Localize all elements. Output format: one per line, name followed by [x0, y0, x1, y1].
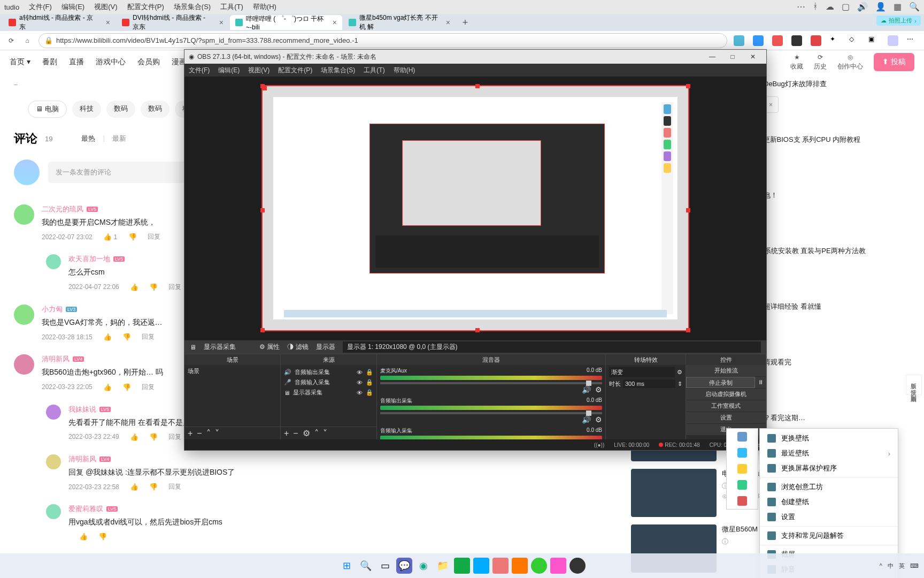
avatar[interactable]	[14, 354, 34, 375]
avatar[interactable]	[14, 305, 34, 325]
collections-icon[interactable]: ▣	[868, 35, 879, 46]
gear-icon[interactable]: ⚙	[677, 369, 682, 376]
volume-slider[interactable]	[380, 412, 602, 414]
browser-tab[interactable]: 哔哩哔哩 ( ゜- ゜)つロ 干杯~-bili ×	[230, 15, 342, 30]
like-button[interactable]: 👍	[130, 483, 138, 491]
sort-new[interactable]: 最新	[112, 134, 126, 143]
ext-icon[interactable]	[753, 35, 764, 46]
mention[interactable]: @我妹妹说	[86, 468, 123, 476]
maximize-button[interactable]: □	[723, 51, 742, 62]
dislike-button[interactable]: 👎	[122, 333, 131, 341]
explorer-icon[interactable]: 📁	[435, 558, 451, 574]
search-icon[interactable]: 🔍	[909, 2, 920, 12]
app-icon[interactable]	[737, 448, 747, 458]
like-button[interactable]: 👍	[103, 383, 112, 391]
obs-canvas[interactable]	[261, 85, 689, 331]
speaker-icon[interactable]: 🔊	[582, 385, 591, 394]
lock-icon[interactable]: 🔒	[366, 379, 373, 386]
avatar[interactable]	[46, 254, 61, 269]
favorites-icon[interactable]: ◇	[849, 35, 860, 46]
dislike-button[interactable]: 👎	[149, 283, 158, 291]
remove-icon[interactable]: −	[293, 429, 298, 438]
like-button[interactable]: 👍	[79, 533, 88, 541]
close-icon[interactable]: ×	[769, 101, 773, 109]
avatar[interactable]	[14, 159, 40, 185]
like-button[interactable]: 👍	[130, 433, 138, 441]
app-icon[interactable]	[737, 496, 747, 506]
app-icon[interactable]: 💬	[396, 558, 412, 574]
refresh-icon[interactable]: ⟳	[6, 36, 16, 45]
app-icon[interactable]	[550, 558, 566, 574]
visibility-icon[interactable]: 👁	[357, 379, 363, 386]
username[interactable]: 我妹妹说	[68, 405, 96, 414]
obs-menu-item[interactable]: 编辑(E)	[218, 66, 240, 75]
volume-icon[interactable]: 🔊	[857, 2, 868, 12]
obs-menu-item[interactable]: 场景集合(S)	[321, 66, 355, 75]
virtual-cam-button[interactable]: 启动虚拟摄像机	[686, 389, 766, 400]
like-button[interactable]: 👍	[103, 333, 112, 341]
reply-button[interactable]: 回复	[168, 283, 181, 292]
context-menu-item[interactable]: 创建壁纸	[760, 495, 898, 509]
new-tab-button[interactable]: +	[459, 16, 472, 29]
filter-button[interactable]: ◑ 滤镜	[287, 343, 308, 352]
scene-item[interactable]: 场景	[188, 367, 277, 375]
lock-icon[interactable]: 🔒	[366, 389, 373, 396]
lock-icon[interactable]: 🔒	[366, 369, 373, 376]
visibility-icon[interactable]: 👁	[357, 390, 363, 396]
speaker-icon[interactable]: 🔊	[582, 415, 591, 424]
display-select[interactable]: 显示器 1: 1920x1080 @ 0,0 (主显示器)	[343, 341, 761, 353]
search-icon[interactable]: 🔍	[358, 558, 374, 574]
menu-item[interactable]: 帮助(H)	[253, 2, 276, 12]
reply-button[interactable]: 回复	[142, 332, 155, 341]
close-icon[interactable]: ×	[446, 18, 450, 27]
obs-menu-item[interactable]: 视图(V)	[248, 66, 270, 75]
username[interactable]: 清明新风	[68, 454, 96, 464]
start-stream-button[interactable]: 开始推流	[686, 365, 766, 376]
avatar[interactable]	[46, 405, 61, 420]
app-icon[interactable]	[473, 558, 489, 574]
up-icon[interactable]: ˄	[206, 428, 211, 438]
volume-slider[interactable]	[380, 382, 602, 384]
app-icon[interactable]	[492, 558, 509, 574]
minimize-button[interactable]: —	[703, 51, 721, 62]
nav-item[interactable]: 游戏中心	[96, 57, 126, 67]
transition-select[interactable]: 渐变	[609, 367, 675, 377]
dislike-button[interactable]: 👎	[128, 233, 137, 241]
stop-record-button[interactable]: 停止录制	[686, 377, 755, 388]
nav-create[interactable]: ◎创作中心	[837, 54, 863, 71]
close-icon[interactable]: ×	[106, 18, 110, 27]
pause-button[interactable]: ⏸	[755, 377, 766, 388]
sort-hot[interactable]: 最热	[81, 134, 95, 143]
menu-item[interactable]: 工具(T)	[220, 2, 243, 12]
start-icon[interactable]: ⊞	[338, 558, 355, 574]
tag[interactable]: 🖥 电脑	[28, 101, 67, 118]
ime-cn[interactable]: 中	[888, 562, 894, 570]
more-icon[interactable]: ⋯	[907, 35, 918, 46]
dislike-button[interactable]: 👎	[149, 433, 158, 441]
grid-icon[interactable]: ▦	[894, 2, 902, 12]
menu-item[interactable]: 文件(F)	[29, 2, 52, 12]
add-icon[interactable]: +	[188, 429, 192, 438]
nav-item[interactable]: 会员购	[137, 57, 160, 67]
username[interactable]: 清明新风	[42, 354, 70, 364]
source-item[interactable]: 🖥显示器采集👁🔒	[284, 387, 373, 398]
nav-item[interactable]: 直播	[69, 57, 84, 67]
ime-en[interactable]: 英	[899, 562, 905, 570]
username[interactable]: 二次元的琉风	[42, 204, 83, 214]
context-menu-item[interactable]: 支持和常见问题解答	[760, 528, 898, 543]
nav-history[interactable]: ⟳历史	[814, 54, 827, 71]
like-button[interactable]: 👍	[130, 283, 138, 291]
display-icon[interactable]: ▢	[842, 2, 850, 12]
dots-icon[interactable]: ⋯	[797, 2, 805, 12]
nav-item[interactable]: 首页 ▾	[10, 57, 30, 67]
ext-icon[interactable]	[811, 35, 821, 46]
tray-chevron[interactable]: ^	[880, 562, 882, 569]
app-icon[interactable]	[512, 558, 528, 574]
dislike-button[interactable]: 👎	[98, 533, 107, 541]
remove-icon[interactable]: −	[197, 429, 202, 438]
visibility-icon[interactable]: 👁	[357, 369, 363, 376]
obs-menu-item[interactable]: 工具(T)	[364, 66, 384, 75]
app-icon[interactable]	[454, 558, 470, 574]
cloud-icon[interactable]: ☁	[826, 2, 834, 12]
user-icon[interactable]: 👤	[875, 2, 886, 12]
